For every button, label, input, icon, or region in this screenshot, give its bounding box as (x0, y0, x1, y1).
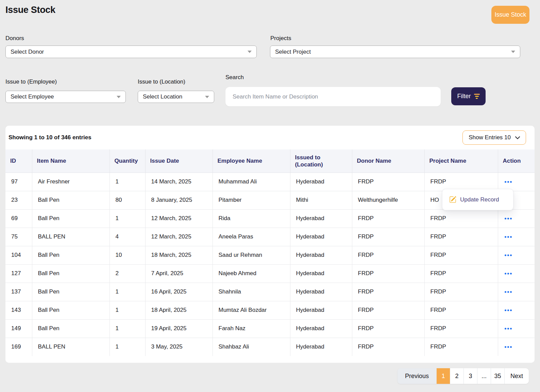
row-actions-button[interactable] (504, 253, 512, 257)
cell-employee-name: Aneela Paras (213, 228, 290, 246)
cell-issued-to-location: Hyderabad (290, 228, 352, 246)
cell-item-name: Air Freshner (32, 173, 109, 191)
cell-employee-name: Muhammad Ali (213, 173, 290, 191)
search-input[interactable] (225, 87, 441, 106)
three-dots-icon (510, 254, 512, 256)
three-dots-icon (505, 254, 506, 256)
cell-employee-name: Najeeb Ahmed (213, 264, 290, 283)
cell-employee-name: Shahnila (213, 283, 290, 301)
project-select[interactable]: Select Project (270, 46, 520, 58)
cell-quantity: 1 (109, 209, 145, 228)
three-dots-icon (507, 218, 509, 219)
cell-issue-date: 16 April, 2025 (145, 283, 213, 301)
cell-donor-name: FRDP (352, 173, 424, 191)
cell-employee-name: Saad ur Rehman (213, 246, 290, 264)
pagination-previous[interactable]: Previous (398, 368, 436, 384)
three-dots-icon (510, 309, 512, 311)
three-dots-icon (510, 346, 512, 348)
cell-item-name: Ball Pen (32, 283, 109, 301)
row-actions-button[interactable] (504, 216, 512, 221)
cell-id: 97 (5, 173, 32, 191)
cell-donor-name: Welthungerhilfe (352, 191, 424, 209)
cell-action (498, 173, 535, 191)
employee-select-value: Select Employee (11, 93, 54, 100)
table-row: 149Ball Pen119 April, 2025Farah NazHyder… (5, 319, 535, 338)
cell-issued-to-location: Hyderabad (290, 338, 352, 356)
row-actions-button[interactable] (504, 180, 512, 184)
row-actions-button[interactable] (504, 326, 512, 331)
table-row: 143Ball Pen118 April, 2025Mumtaz Ali Boz… (5, 301, 535, 319)
show-entries-dropdown[interactable]: Show Entries 10 (462, 130, 526, 145)
cell-issue-date: 3 May, 2025 (145, 338, 213, 356)
row-actions-button[interactable] (504, 345, 512, 349)
cell-quantity: 10 (109, 246, 145, 264)
cell-quantity: 1 (109, 283, 145, 301)
row-actions-button[interactable] (504, 290, 512, 294)
three-dots-icon (507, 346, 509, 348)
pagination-next[interactable]: Next (504, 368, 529, 384)
cell-issue-date: 14 March, 2025 (145, 173, 213, 191)
issue-stock-button[interactable]: Issue Stock (491, 6, 529, 24)
cell-id: 69 (5, 209, 32, 228)
dropdown-arrow-icon (205, 96, 209, 98)
pagination-page-2[interactable]: 2 (450, 368, 463, 384)
cell-quantity: 2 (109, 264, 145, 283)
column-header-quantity: Quantity (109, 149, 145, 173)
entries-summary: Showing 1 to 10 of 346 entries (9, 134, 91, 141)
cell-project-name: FRDP (424, 301, 498, 319)
cell-employee-name: Shahbaz Ali (213, 338, 290, 356)
cell-action (498, 209, 535, 228)
row-actions-button[interactable] (504, 271, 512, 276)
pagination-page-3[interactable]: 3 (463, 368, 477, 384)
column-header-id: ID (5, 149, 32, 173)
cell-issue-date: 12 March, 2025 (145, 228, 213, 246)
three-dots-icon (510, 181, 512, 183)
pagination-page-1[interactable]: 1 (436, 368, 450, 384)
cell-id: 75 (5, 228, 32, 246)
row-actions-menu: Update Record (442, 189, 513, 210)
row-actions-button[interactable] (504, 235, 512, 239)
chevron-down-icon (515, 136, 520, 139)
cell-quantity: 80 (109, 191, 145, 209)
cell-employee-name: Pitamber (213, 191, 290, 209)
column-header-issued-to-location: Issued to (Location) (290, 149, 352, 173)
donor-select-value: Select Donor (11, 49, 44, 55)
cell-id: 104 (5, 246, 32, 264)
cell-id: 127 (5, 264, 32, 283)
dropdown-arrow-icon (511, 51, 515, 53)
pagination-page-35[interactable]: 35 (491, 368, 504, 384)
donor-select[interactable]: Select Donor (5, 46, 257, 58)
pagination-ellipsis[interactable]: ... (477, 368, 491, 384)
cell-id: 137 (5, 283, 32, 301)
column-header-action: Action (498, 149, 535, 173)
filter-button[interactable]: Filter (451, 87, 486, 105)
cell-project-name: FRDP (424, 246, 498, 264)
cell-item-name: BALL PEN (32, 228, 109, 246)
cell-action (498, 283, 535, 301)
three-dots-icon (505, 328, 506, 329)
three-dots-icon (507, 291, 509, 293)
cell-item-name: Ball Pen (32, 209, 109, 228)
cell-item-name: Ball Pen (32, 191, 109, 209)
edit-icon (449, 196, 456, 203)
cell-quantity: 1 (109, 301, 145, 319)
cell-donor-name: FRDP (352, 338, 424, 356)
cell-action (498, 319, 535, 338)
cell-issued-to-location: Hyderabad (290, 246, 352, 264)
cell-issued-to-location: Hyderabad (290, 319, 352, 338)
three-dots-icon (507, 181, 509, 183)
three-dots-icon (505, 181, 506, 183)
location-select[interactable]: Select Location (138, 91, 214, 103)
search-label: Search (225, 74, 244, 81)
donors-label: Donors (5, 35, 24, 42)
employee-select[interactable]: Select Employee (5, 91, 126, 103)
cell-project-name: FRDP (424, 228, 498, 246)
cell-donor-name: FRDP (352, 246, 424, 264)
update-record-menu-item[interactable]: Update Record (460, 196, 499, 203)
row-actions-button[interactable] (504, 308, 512, 313)
cell-issue-date: 18 March, 2025 (145, 246, 213, 264)
cell-id: 143 (5, 301, 32, 319)
three-dots-icon (507, 254, 509, 256)
projects-label: Projects (270, 35, 291, 42)
cell-project-name: FRDP (424, 338, 498, 356)
